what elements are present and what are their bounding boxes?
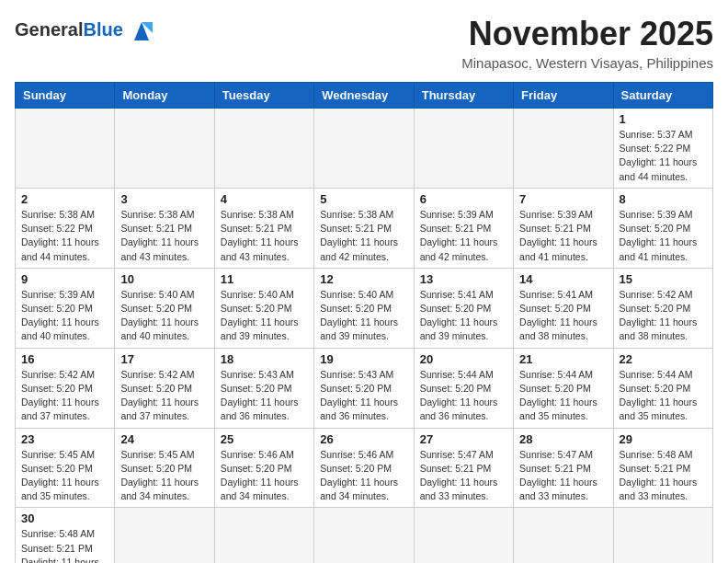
day-header-sunday: Sunday [16, 83, 115, 109]
cell-date-number: 3 [120, 192, 208, 206]
cell-info: Sunrise: 5:48 AM Sunset: 5:21 PM Dayligh… [620, 448, 707, 504]
cell-info: Sunrise: 5:39 AM Sunset: 5:21 PM Dayligh… [519, 208, 607, 264]
cell-info: Sunrise: 5:47 AM Sunset: 5:21 PM Dayligh… [420, 448, 507, 504]
cell-date-number: 4 [221, 192, 308, 206]
cell-info: Sunrise: 5:47 AM Sunset: 5:21 PM Dayligh… [519, 448, 607, 504]
cell-info: Sunrise: 5:42 AM Sunset: 5:20 PM Dayligh… [21, 368, 108, 424]
day-header-friday: Friday [514, 83, 613, 109]
cell-date-number: 26 [320, 432, 407, 446]
calendar-cell: 1Sunrise: 5:37 AM Sunset: 5:22 PM Daylig… [613, 109, 712, 189]
cell-date-number: 10 [120, 272, 208, 286]
cell-info: Sunrise: 5:44 AM Sunset: 5:20 PM Dayligh… [420, 368, 507, 424]
calendar-cell: 16Sunrise: 5:42 AM Sunset: 5:20 PM Dayli… [16, 348, 115, 428]
location-subtitle: Minapasoc, Western Visayas, Philippines [461, 55, 713, 71]
cell-date-number: 12 [320, 272, 407, 286]
cell-info: Sunrise: 5:38 AM Sunset: 5:21 PM Dayligh… [221, 208, 308, 264]
calendar-cell [16, 109, 115, 189]
cell-info: Sunrise: 5:40 AM Sunset: 5:20 PM Dayligh… [320, 288, 407, 344]
calendar-cell [514, 508, 613, 563]
cell-info: Sunrise: 5:39 AM Sunset: 5:20 PM Dayligh… [21, 288, 108, 344]
cell-info: Sunrise: 5:44 AM Sunset: 5:20 PM Dayligh… [620, 368, 707, 424]
calendar-cell: 29Sunrise: 5:48 AM Sunset: 5:21 PM Dayli… [613, 428, 712, 508]
cell-date-number: 6 [420, 192, 507, 206]
day-header-thursday: Thursday [414, 83, 513, 109]
calendar-cell: 5Sunrise: 5:38 AM Sunset: 5:21 PM Daylig… [314, 188, 414, 268]
cell-info: Sunrise: 5:43 AM Sunset: 5:20 PM Dayligh… [221, 368, 308, 424]
cell-info: Sunrise: 5:38 AM Sunset: 5:21 PM Dayligh… [320, 208, 407, 264]
calendar-week-row: 2Sunrise: 5:38 AM Sunset: 5:22 PM Daylig… [16, 188, 713, 268]
cell-date-number: 30 [21, 511, 108, 525]
cell-date-number: 27 [420, 432, 507, 446]
logo-area: General Blue [15, 15, 156, 44]
logo: General Blue [15, 15, 156, 44]
cell-date-number: 16 [21, 352, 108, 366]
cell-date-number: 2 [21, 192, 108, 206]
cell-date-number: 19 [320, 352, 407, 366]
calendar-table: SundayMondayTuesdayWednesdayThursdayFrid… [15, 82, 713, 563]
calendar-header-row: SundayMondayTuesdayWednesdayThursdayFrid… [16, 83, 713, 109]
calendar-cell: 18Sunrise: 5:43 AM Sunset: 5:20 PM Dayli… [214, 348, 313, 428]
cell-info: Sunrise: 5:41 AM Sunset: 5:20 PM Dayligh… [519, 288, 607, 344]
calendar-cell: 9Sunrise: 5:39 AM Sunset: 5:20 PM Daylig… [16, 268, 115, 348]
calendar-week-row: 1Sunrise: 5:37 AM Sunset: 5:22 PM Daylig… [16, 109, 713, 189]
cell-info: Sunrise: 5:38 AM Sunset: 5:21 PM Dayligh… [120, 208, 208, 264]
calendar-cell: 14Sunrise: 5:41 AM Sunset: 5:20 PM Dayli… [514, 268, 613, 348]
cell-date-number: 22 [620, 352, 707, 366]
calendar-cell: 28Sunrise: 5:47 AM Sunset: 5:21 PM Dayli… [514, 428, 613, 508]
day-header-wednesday: Wednesday [314, 83, 414, 109]
calendar-cell: 17Sunrise: 5:42 AM Sunset: 5:20 PM Dayli… [115, 348, 214, 428]
cell-date-number: 11 [221, 272, 308, 286]
cell-info: Sunrise: 5:41 AM Sunset: 5:20 PM Dayligh… [420, 288, 507, 344]
calendar-cell [414, 508, 513, 563]
calendar-cell [514, 109, 613, 189]
cell-date-number: 20 [420, 352, 507, 366]
calendar-cell: 2Sunrise: 5:38 AM Sunset: 5:22 PM Daylig… [16, 188, 115, 268]
day-header-monday: Monday [115, 83, 214, 109]
calendar-cell: 27Sunrise: 5:47 AM Sunset: 5:21 PM Dayli… [414, 428, 513, 508]
cell-info: Sunrise: 5:48 AM Sunset: 5:21 PM Dayligh… [21, 527, 108, 563]
calendar-week-row: 30Sunrise: 5:48 AM Sunset: 5:21 PM Dayli… [16, 508, 713, 563]
day-header-tuesday: Tuesday [214, 83, 313, 109]
calendar-cell [314, 109, 414, 189]
calendar-cell [214, 508, 313, 563]
calendar-week-row: 9Sunrise: 5:39 AM Sunset: 5:20 PM Daylig… [16, 268, 713, 348]
cell-date-number: 18 [221, 352, 308, 366]
calendar-cell: 6Sunrise: 5:39 AM Sunset: 5:21 PM Daylig… [414, 188, 513, 268]
logo-general-text: General [15, 19, 83, 40]
cell-date-number: 9 [21, 272, 108, 286]
logo-blue-text: Blue [83, 19, 122, 40]
logo-icon [127, 15, 156, 44]
cell-info: Sunrise: 5:39 AM Sunset: 5:20 PM Dayligh… [620, 208, 707, 264]
header: General Blue November 2025 Minapasoc, We… [15, 15, 713, 71]
cell-date-number: 17 [120, 352, 208, 366]
calendar-cell [214, 109, 313, 189]
calendar-cell: 20Sunrise: 5:44 AM Sunset: 5:20 PM Dayli… [414, 348, 513, 428]
calendar-cell: 19Sunrise: 5:43 AM Sunset: 5:20 PM Dayli… [314, 348, 414, 428]
cell-info: Sunrise: 5:45 AM Sunset: 5:20 PM Dayligh… [120, 448, 208, 504]
calendar-cell: 12Sunrise: 5:40 AM Sunset: 5:20 PM Dayli… [314, 268, 414, 348]
cell-date-number: 1 [620, 112, 707, 126]
cell-date-number: 5 [320, 192, 407, 206]
calendar-cell [115, 508, 214, 563]
cell-info: Sunrise: 5:43 AM Sunset: 5:20 PM Dayligh… [320, 368, 407, 424]
cell-info: Sunrise: 5:42 AM Sunset: 5:20 PM Dayligh… [120, 368, 208, 424]
cell-date-number: 8 [620, 192, 707, 206]
cell-date-number: 21 [519, 352, 607, 366]
cell-date-number: 13 [420, 272, 507, 286]
calendar-cell: 4Sunrise: 5:38 AM Sunset: 5:21 PM Daylig… [214, 188, 313, 268]
calendar-cell: 8Sunrise: 5:39 AM Sunset: 5:20 PM Daylig… [613, 188, 712, 268]
cell-info: Sunrise: 5:38 AM Sunset: 5:22 PM Dayligh… [21, 208, 108, 264]
cell-info: Sunrise: 5:40 AM Sunset: 5:20 PM Dayligh… [120, 288, 208, 344]
calendar-cell: 21Sunrise: 5:44 AM Sunset: 5:20 PM Dayli… [514, 348, 613, 428]
cell-info: Sunrise: 5:45 AM Sunset: 5:20 PM Dayligh… [21, 448, 108, 504]
calendar-cell: 30Sunrise: 5:48 AM Sunset: 5:21 PM Dayli… [16, 508, 115, 563]
cell-date-number: 24 [120, 432, 208, 446]
month-title: November 2025 [461, 15, 713, 53]
calendar-cell [613, 508, 712, 563]
calendar-cell: 23Sunrise: 5:45 AM Sunset: 5:20 PM Dayli… [16, 428, 115, 508]
cell-date-number: 25 [221, 432, 308, 446]
title-area: November 2025 Minapasoc, Western Visayas… [461, 15, 713, 71]
calendar-week-row: 23Sunrise: 5:45 AM Sunset: 5:20 PM Dayli… [16, 428, 713, 508]
calendar-cell: 10Sunrise: 5:40 AM Sunset: 5:20 PM Dayli… [115, 268, 214, 348]
calendar-cell: 11Sunrise: 5:40 AM Sunset: 5:20 PM Dayli… [214, 268, 313, 348]
